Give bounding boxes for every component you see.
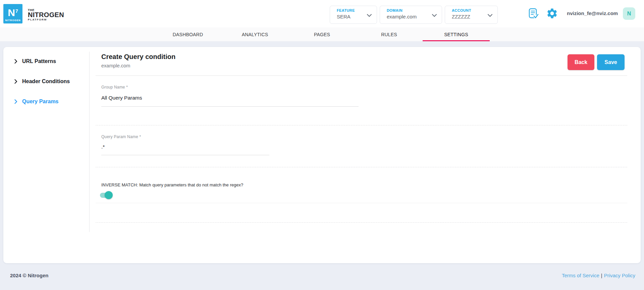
inverse-match-question: INVERSE MATCH: Match query parameters th… — [101, 182, 243, 187]
query-param-name-label: Query Param Name * — [101, 134, 141, 139]
chevron-down-icon — [367, 14, 372, 17]
section-divider — [96, 222, 627, 223]
tab-settings[interactable]: SETTINGS — [423, 27, 490, 41]
user-email: nvizion_fe@nviz.com — [567, 10, 618, 16]
main-nav-tabbar: DASHBOARD ANALYTICS PAGES RULES SETTINGS — [0, 27, 644, 41]
section-divider — [96, 203, 627, 203]
chevron-right-icon — [14, 99, 17, 104]
logo-n7: N7 — [8, 6, 18, 18]
gear-icon[interactable] — [546, 7, 558, 19]
sidebar-divider — [89, 52, 90, 232]
privacy-policy-link[interactable]: Privacy Policy — [604, 273, 635, 278]
link-separator: | — [601, 273, 602, 278]
domain-selector[interactable]: DOMAIN example.com — [380, 6, 442, 24]
back-button[interactable]: Back — [568, 54, 594, 70]
tasks-checklist-icon[interactable] — [529, 8, 539, 19]
group-name-input[interactable]: All Query Params — [101, 95, 142, 101]
query-param-name-input[interactable]: .* — [101, 144, 105, 150]
section-divider — [96, 167, 627, 167]
group-name-underline — [101, 106, 359, 107]
sidebar-item-label: URL Patterns — [22, 58, 56, 64]
logo-box-label: NITROGEN — [5, 19, 21, 22]
tab-dashboard[interactable]: DASHBOARD — [154, 27, 221, 41]
chevron-down-icon — [488, 14, 492, 17]
account-value: ZZZZZZ — [452, 14, 493, 19]
page-footer: 2024 © Nitrogen Terms of Service|Privacy… — [0, 263, 644, 290]
brand-text: THE NITROGEN PLATFORM — [28, 4, 64, 23]
chevron-right-icon — [14, 59, 17, 64]
nitrogen-logo[interactable]: N7 NITROGEN THE NITROGEN PLATFORM — [3, 4, 64, 23]
avatar[interactable]: N — [623, 7, 635, 20]
save-button[interactable]: Save — [597, 54, 625, 70]
group-name-label: Group Name * — [101, 85, 128, 90]
inverse-match-toggle[interactable] — [100, 191, 114, 199]
app-header: N7 NITROGEN THE NITROGEN PLATFORM FEATUR… — [0, 0, 644, 27]
footer-links: Terms of Service|Privacy Policy — [562, 273, 635, 278]
page-title: Create Query condition — [101, 53, 175, 61]
chevron-right-icon — [14, 79, 17, 84]
sidebar-item-label: Header Conditions — [22, 78, 70, 84]
sidebar-item-url-patterns[interactable]: URL Patterns — [14, 57, 56, 65]
account-label: ACCOUNT — [452, 8, 493, 12]
settings-card: URL Patterns Header Conditions Query Par… — [3, 47, 641, 263]
header-divider — [96, 75, 627, 76]
sidebar-item-header-conditions[interactable]: Header Conditions — [14, 77, 70, 85]
domain-value: example.com — [387, 14, 437, 19]
feature-selector[interactable]: FEATURE SERA — [330, 6, 377, 24]
logo-mark: N7 NITROGEN — [3, 4, 22, 23]
domain-label: DOMAIN — [387, 8, 437, 12]
section-divider — [96, 125, 627, 125]
query-param-name-underline — [101, 155, 269, 155]
copyright-text: 2024 © Nitrogen — [10, 273, 48, 278]
feature-label: FEATURE — [337, 8, 372, 12]
account-selector[interactable]: ACCOUNT ZZZZZZ — [445, 6, 498, 24]
sidebar-item-label: Query Params — [22, 99, 59, 105]
chevron-down-icon — [432, 14, 437, 17]
sidebar-item-query-params[interactable]: Query Params — [14, 98, 59, 106]
terms-of-service-link[interactable]: Terms of Service — [562, 273, 599, 278]
page-subtitle: example.com — [101, 63, 130, 68]
tab-analytics[interactable]: ANALYTICS — [221, 27, 288, 41]
toggle-knob — [105, 191, 113, 199]
tab-pages[interactable]: PAGES — [288, 27, 356, 41]
tab-rules[interactable]: RULES — [356, 27, 423, 41]
